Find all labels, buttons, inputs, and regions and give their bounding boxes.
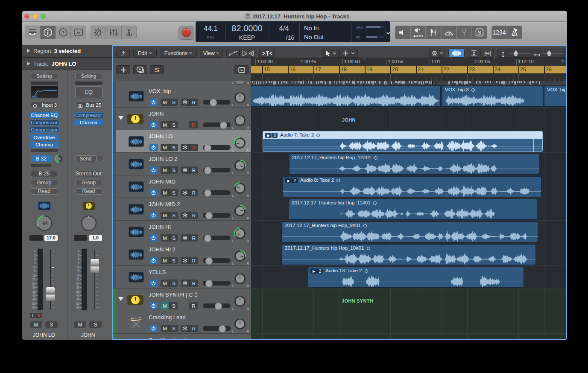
svg-text:?: ? [61, 30, 64, 36]
svg-text:S: S [478, 30, 481, 36]
svg-text:-64: -64 [41, 221, 47, 226]
